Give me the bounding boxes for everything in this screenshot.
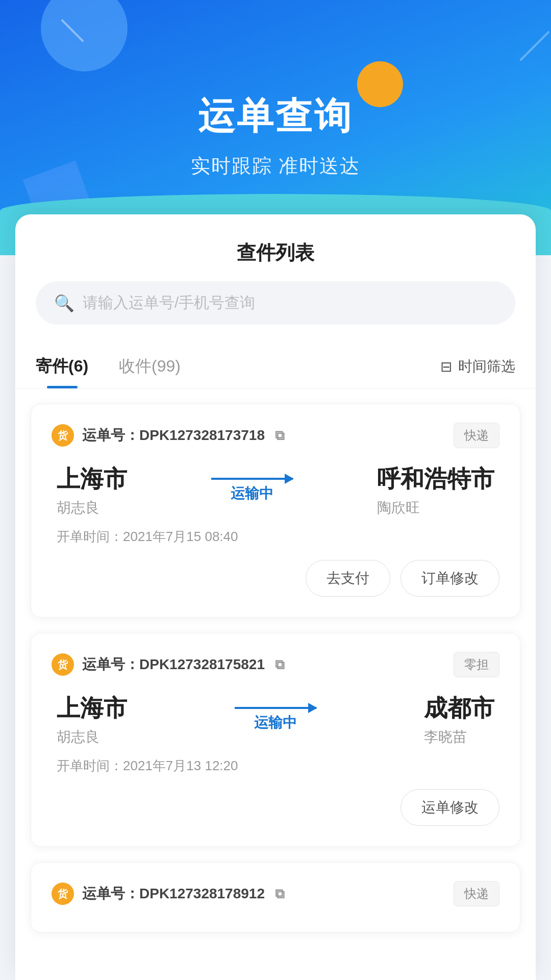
search-placeholder: 请输入运单号/手机号查询 — [83, 292, 255, 313]
pkg-waybill-1: 运单号：DPK127328173718 ⧉ — [82, 426, 454, 445]
copy-icon-1[interactable]: ⧉ — [275, 428, 285, 443]
search-icon: 🔍 — [54, 293, 74, 313]
to-city-2: 成都市 李晓苗 — [424, 693, 494, 747]
route-arrow-2 — [235, 707, 316, 709]
pkg-icon-3: 货 — [52, 883, 74, 905]
pay-button-1[interactable]: 去支付 — [306, 560, 390, 597]
route-status-1: 运输中 — [231, 484, 273, 503]
pkg-type-2: 零担 — [454, 652, 499, 677]
route-arrow-1 — [211, 478, 293, 480]
filter-icon: ⊟ — [440, 358, 452, 375]
pkg-type-3: 快递 — [454, 881, 499, 906]
pkg-icon-1: 货 — [52, 424, 74, 447]
pkg-waybill-3: 运单号：DPK127328178912 ⧉ — [82, 884, 454, 903]
card-title: 查件列表 — [15, 214, 536, 281]
modify-order-button-1[interactable]: 订单修改 — [400, 560, 499, 597]
copy-icon-3[interactable]: ⧉ — [275, 886, 285, 901]
pkg-icon-2: 货 — [52, 653, 74, 676]
package-card-2: 货 运单号：DPK127328175821 ⧉ 零担 上海市 胡志良 运输中 — [31, 633, 520, 847]
tab-sent[interactable]: 寄件(6) — [36, 345, 88, 388]
arrow-line-2 — [235, 707, 316, 709]
package-card-1: 货 运单号：DPK127328173718 ⧉ 快递 上海市 胡志良 运输中 — [31, 404, 520, 618]
time-filter-button[interactable]: ⊟ 时间筛选 — [440, 357, 515, 376]
route-status-2: 运输中 — [254, 713, 297, 732]
pkg-type-1: 快递 — [454, 423, 499, 448]
filter-label: 时间筛选 — [458, 357, 515, 376]
pkg-time-2: 开单时间：2021年7月13 12:20 — [52, 757, 499, 775]
pkg-header-1: 货 运单号：DPK127328173718 ⧉ 快递 — [52, 423, 499, 448]
pkg-actions-2: 运单修改 — [52, 789, 499, 826]
pkg-time-1: 开单时间：2021年7月15 08:40 — [52, 528, 499, 546]
from-city-1: 上海市 胡志良 — [57, 463, 127, 518]
package-card-3: 货 运单号：DPK127328178912 ⧉ 快递 — [31, 862, 520, 933]
pkg-actions-1: 去支付 订单修改 — [52, 560, 499, 597]
pkg-header-2: 货 运单号：DPK127328175821 ⧉ 零担 — [52, 652, 499, 677]
modify-waybill-button-2[interactable]: 运单修改 — [400, 789, 499, 826]
content-area: 查件列表 🔍 请输入运单号/手机号查询 寄件(6) 收件(99) ⊟ 时间筛选 … — [0, 255, 551, 980]
search-bar[interactable]: 🔍 请输入运单号/手机号查询 — [36, 281, 515, 325]
tab-received[interactable]: 收件(99) — [119, 345, 181, 388]
page-subtitle: 实时跟踪 准时送达 — [0, 153, 551, 179]
route-center-1: 运输中 — [127, 478, 377, 503]
copy-icon-2[interactable]: ⧉ — [275, 657, 285, 672]
pkg-header-3: 货 运单号：DPK127328178912 ⧉ 快递 — [52, 881, 499, 906]
page-title: 运单查询 — [0, 0, 551, 141]
route-row-2: 上海市 胡志良 运输中 成都市 李晓苗 — [52, 693, 499, 747]
main-card: 查件列表 🔍 请输入运单号/手机号查询 寄件(6) 收件(99) ⊟ 时间筛选 … — [15, 214, 536, 980]
tabs-row: 寄件(6) 收件(99) ⊟ 时间筛选 — [15, 345, 536, 388]
pkg-waybill-2: 运单号：DPK127328175821 ⧉ — [82, 655, 454, 674]
to-city-1: 呼和浩特市 陶欣旺 — [377, 463, 494, 518]
from-city-2: 上海市 胡志良 — [57, 693, 127, 747]
route-center-2: 运输中 — [127, 707, 424, 732]
arrow-line-1 — [211, 478, 293, 480]
route-row-1: 上海市 胡志良 运输中 呼和浩特市 陶欣旺 — [52, 463, 499, 518]
